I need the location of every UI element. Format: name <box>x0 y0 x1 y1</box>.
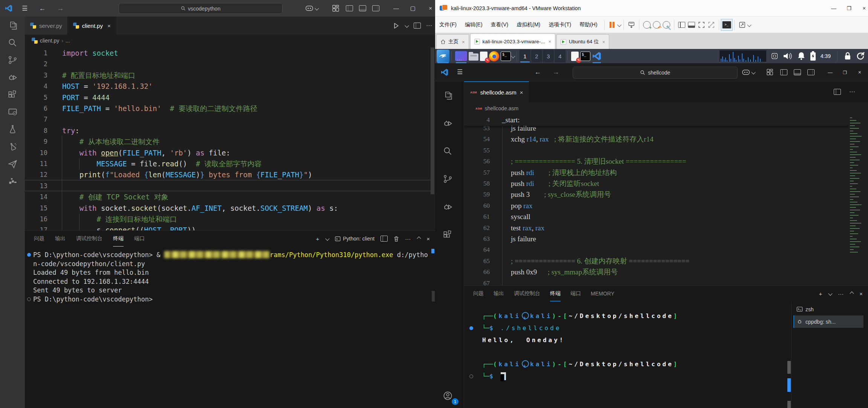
customize-layout-button[interactable] <box>767 69 773 75</box>
terminal-list-item-cppdbgsh[interactable]: cppdbg: sh... <box>793 315 863 328</box>
minimap[interactable] <box>848 114 864 286</box>
nav-back-icon[interactable]: ← <box>534 68 541 76</box>
toggle-panel-button[interactable] <box>794 69 801 75</box>
toggle-sidebar-button[interactable] <box>780 69 787 75</box>
menu-T[interactable]: 选项卡(T) <box>544 21 575 28</box>
more-actions-button[interactable]: ··· <box>426 22 432 29</box>
console-view-button[interactable]: >_ <box>722 20 732 30</box>
tab-close-icon[interactable]: × <box>107 23 111 29</box>
kali-menu-button[interactable] <box>437 50 449 62</box>
close-button[interactable]: × <box>429 5 432 11</box>
vmware-restore-button[interactable]: ❐ <box>847 5 851 11</box>
command-center-search[interactable]: shellcode <box>573 67 738 79</box>
sticky-scroll-line[interactable]: 4_start: <box>464 114 848 126</box>
panel-tab-输出[interactable]: 输出 <box>494 286 504 301</box>
split-editor-button[interactable] <box>414 23 421 29</box>
new-terminal-button[interactable]: + <box>316 236 319 242</box>
vm-tab-kali-linux-2023-3-vmware----[interactable]: kali-linux-2023.3-vmware-...× <box>470 33 555 49</box>
activity-remote[interactable] <box>0 103 25 120</box>
tab-client-py[interactable]: client.py× <box>68 17 116 35</box>
file-manager-launcher[interactable] <box>469 50 478 62</box>
taskbar-text-editor[interactable] <box>571 50 579 62</box>
activity-run-debug[interactable] <box>0 69 25 86</box>
nav-forward-icon[interactable]: → <box>57 5 64 12</box>
nav-back-icon[interactable]: ← <box>39 5 46 12</box>
split-editor-button[interactable] <box>834 89 841 95</box>
show-thumbnails-button[interactable] <box>687 20 697 30</box>
tab-close-icon[interactable]: × <box>520 89 523 96</box>
vm-editor[interactable]: 4_start: 53js failure54xchg r14, rax ; 将… <box>464 114 848 286</box>
tab-server-py[interactable]: server.py <box>25 17 68 35</box>
panel-tab-端口[interactable]: 端口 <box>134 231 145 247</box>
vmware-minimize-button[interactable]: — <box>831 5 836 11</box>
toggle-sidebar-button[interactable] <box>346 5 353 11</box>
fullscreen-button[interactable] <box>697 20 706 30</box>
free-stretch-button[interactable] <box>737 20 747 30</box>
activity-explorer[interactable] <box>0 17 25 34</box>
copilot-button[interactable] <box>306 5 318 11</box>
panel-tab-调试控制台[interactable]: 调试控制台 <box>76 231 102 247</box>
activity-flask-dots[interactable] <box>0 138 25 155</box>
activity-run-debug[interactable] <box>435 109 460 137</box>
volume-icon[interactable] <box>783 52 793 61</box>
unity-mode-button[interactable] <box>706 20 716 30</box>
activity-search[interactable] <box>435 137 460 165</box>
activity-blocks[interactable] <box>0 172 25 190</box>
activity-testing[interactable] <box>0 120 25 138</box>
toggle-secondary-sidebar-button[interactable] <box>372 5 379 11</box>
menu-E[interactable]: 编辑(E) <box>461 21 487 28</box>
toggle-panel-button[interactable] <box>359 5 366 11</box>
logout-icon[interactable] <box>856 52 865 61</box>
vm-tab-close-icon[interactable]: × <box>602 39 605 45</box>
command-decoration-hollow[interactable] <box>469 375 473 378</box>
nav-forward-icon[interactable]: → <box>552 68 559 76</box>
launcher-dropdown-icon[interactable] <box>511 54 515 58</box>
panel-tab-MEMORY[interactable]: MEMORY <box>591 286 614 301</box>
panel-tab-终端[interactable]: 终端 <box>113 231 124 247</box>
menu-hamburger-icon[interactable]: ☰ <box>457 68 463 76</box>
panel-tab-终端[interactable]: 终端 <box>550 286 561 301</box>
breadcrumb[interactable]: client.py › ... <box>25 35 435 47</box>
breadcrumb[interactable]: ASM shellcode.asm <box>464 102 868 114</box>
command-decoration-hollow[interactable] <box>27 297 31 301</box>
copilot-button[interactable] <box>742 69 755 75</box>
vm-tab-Ubuntu-64--[interactable]: Ubuntu 64 位× <box>556 34 609 49</box>
firefox-launcher[interactable] <box>489 50 499 62</box>
taskbar-terminal[interactable]: $_ <box>580 50 590 62</box>
panel-tab-输出[interactable]: 输出 <box>55 231 66 247</box>
customize-layout-button[interactable] <box>332 5 339 12</box>
terminal-scrollbar[interactable] <box>432 291 435 301</box>
split-terminal-button[interactable] <box>381 236 388 242</box>
minimize-button[interactable]: — <box>828 70 833 75</box>
terminal-picker[interactable]: Python: client <box>335 236 374 242</box>
trash-icon[interactable] <box>394 236 399 242</box>
toggle-secondary-sidebar-button[interactable] <box>807 69 815 75</box>
menu-V[interactable]: 查看(V) <box>487 21 513 28</box>
text-editor-launcher[interactable] <box>480 50 487 62</box>
activity-source-control[interactable] <box>0 51 25 69</box>
activity-extensions[interactable] <box>0 86 25 103</box>
workspace-1[interactable]: 1 <box>520 50 530 62</box>
menu-hamburger-icon[interactable]: ☰ <box>22 5 28 12</box>
restore-button[interactable]: ❐ <box>843 70 847 75</box>
terminal-dropdown-icon[interactable] <box>828 291 833 295</box>
menu-F[interactable]: 文件(F) <box>435 21 461 28</box>
terminal-list-item-zsh[interactable]: zsh <box>793 303 863 315</box>
cpu-graph-icon[interactable] <box>720 50 766 62</box>
activity-run-debug[interactable] <box>435 193 460 221</box>
revert-snapshot-button[interactable]: ↶ <box>652 20 662 30</box>
vm-tab---[interactable]: 主页× <box>436 34 469 49</box>
minimize-button[interactable]: — <box>393 5 399 11</box>
run-dropdown-icon[interactable] <box>405 23 409 27</box>
left-editor[interactable]: 1import socket23# 配置目标地址和端口4HOST = '192.… <box>25 47 431 230</box>
clock[interactable]: 4:39 <box>821 53 831 59</box>
pause-vm-button[interactable] <box>607 20 617 30</box>
take-snapshot-button[interactable]: + <box>642 20 652 30</box>
panel-maximize-icon[interactable] <box>850 291 854 295</box>
tab-shellcode-asm[interactable]: ASM shellcode.asm × <box>464 81 529 102</box>
terminal-launcher[interactable]: $_ <box>501 50 511 62</box>
activity-account[interactable] <box>435 387 460 404</box>
breadcrumb-file[interactable]: client.py <box>40 38 59 44</box>
activity-source-control[interactable] <box>435 165 460 193</box>
command-decoration-filled[interactable] <box>27 253 31 257</box>
